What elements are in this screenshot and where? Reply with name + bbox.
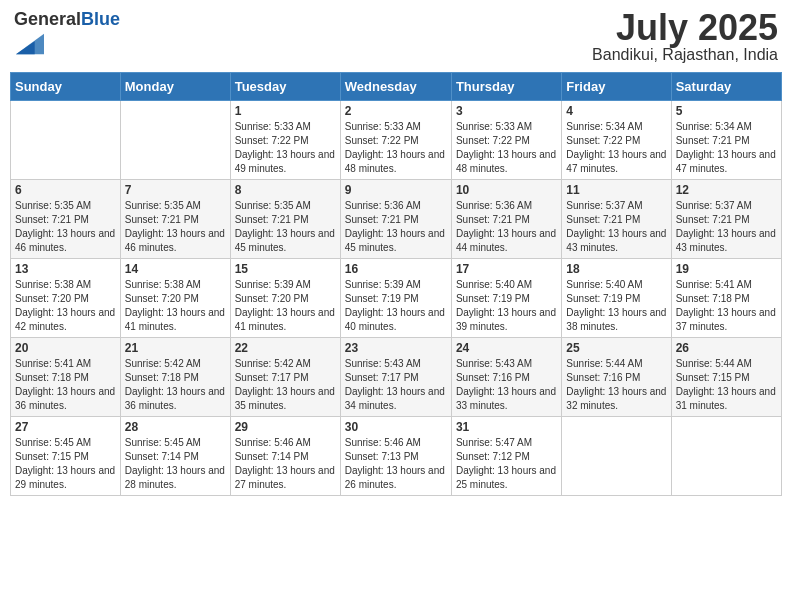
week-row-5: 27Sunrise: 5:45 AM Sunset: 7:15 PM Dayli… [11, 417, 782, 496]
day-number: 23 [345, 341, 447, 355]
col-header-wednesday: Wednesday [340, 73, 451, 101]
day-cell: 17Sunrise: 5:40 AM Sunset: 7:19 PM Dayli… [451, 259, 561, 338]
day-info: Sunrise: 5:41 AM Sunset: 7:18 PM Dayligh… [15, 357, 116, 413]
logo-general-text: General [14, 9, 81, 29]
day-info: Sunrise: 5:33 AM Sunset: 7:22 PM Dayligh… [456, 120, 557, 176]
day-cell: 19Sunrise: 5:41 AM Sunset: 7:18 PM Dayli… [671, 259, 781, 338]
day-number: 29 [235, 420, 336, 434]
month-title: July 2025 [592, 10, 778, 46]
day-number: 22 [235, 341, 336, 355]
day-info: Sunrise: 5:47 AM Sunset: 7:12 PM Dayligh… [456, 436, 557, 492]
day-info: Sunrise: 5:34 AM Sunset: 7:22 PM Dayligh… [566, 120, 666, 176]
day-number: 31 [456, 420, 557, 434]
day-cell: 31Sunrise: 5:47 AM Sunset: 7:12 PM Dayli… [451, 417, 561, 496]
col-header-sunday: Sunday [11, 73, 121, 101]
logo-blue-text: Blue [81, 9, 120, 29]
day-info: Sunrise: 5:33 AM Sunset: 7:22 PM Dayligh… [345, 120, 447, 176]
day-cell: 20Sunrise: 5:41 AM Sunset: 7:18 PM Dayli… [11, 338, 121, 417]
day-info: Sunrise: 5:33 AM Sunset: 7:22 PM Dayligh… [235, 120, 336, 176]
page-header: GeneralBlue July 2025 Bandikui, Rajastha… [10, 10, 782, 64]
day-cell: 5Sunrise: 5:34 AM Sunset: 7:21 PM Daylig… [671, 101, 781, 180]
day-cell: 2Sunrise: 5:33 AM Sunset: 7:22 PM Daylig… [340, 101, 451, 180]
day-cell: 10Sunrise: 5:36 AM Sunset: 7:21 PM Dayli… [451, 180, 561, 259]
day-cell: 22Sunrise: 5:42 AM Sunset: 7:17 PM Dayli… [230, 338, 340, 417]
day-number: 8 [235, 183, 336, 197]
day-info: Sunrise: 5:35 AM Sunset: 7:21 PM Dayligh… [125, 199, 226, 255]
day-info: Sunrise: 5:42 AM Sunset: 7:18 PM Dayligh… [125, 357, 226, 413]
day-info: Sunrise: 5:39 AM Sunset: 7:20 PM Dayligh… [235, 278, 336, 334]
day-cell: 4Sunrise: 5:34 AM Sunset: 7:22 PM Daylig… [562, 101, 671, 180]
day-cell: 14Sunrise: 5:38 AM Sunset: 7:20 PM Dayli… [120, 259, 230, 338]
day-info: Sunrise: 5:39 AM Sunset: 7:19 PM Dayligh… [345, 278, 447, 334]
day-number: 30 [345, 420, 447, 434]
day-number: 3 [456, 104, 557, 118]
day-number: 14 [125, 262, 226, 276]
day-number: 2 [345, 104, 447, 118]
day-number: 12 [676, 183, 777, 197]
day-info: Sunrise: 5:42 AM Sunset: 7:17 PM Dayligh… [235, 357, 336, 413]
day-info: Sunrise: 5:43 AM Sunset: 7:16 PM Dayligh… [456, 357, 557, 413]
day-info: Sunrise: 5:44 AM Sunset: 7:16 PM Dayligh… [566, 357, 666, 413]
col-header-thursday: Thursday [451, 73, 561, 101]
day-number: 27 [15, 420, 116, 434]
day-cell: 7Sunrise: 5:35 AM Sunset: 7:21 PM Daylig… [120, 180, 230, 259]
day-cell: 9Sunrise: 5:36 AM Sunset: 7:21 PM Daylig… [340, 180, 451, 259]
title-block: July 2025 Bandikui, Rajasthan, India [592, 10, 778, 64]
day-cell [671, 417, 781, 496]
day-cell [120, 101, 230, 180]
col-header-saturday: Saturday [671, 73, 781, 101]
week-row-3: 13Sunrise: 5:38 AM Sunset: 7:20 PM Dayli… [11, 259, 782, 338]
day-cell: 27Sunrise: 5:45 AM Sunset: 7:15 PM Dayli… [11, 417, 121, 496]
day-cell: 24Sunrise: 5:43 AM Sunset: 7:16 PM Dayli… [451, 338, 561, 417]
day-cell: 8Sunrise: 5:35 AM Sunset: 7:21 PM Daylig… [230, 180, 340, 259]
day-cell [11, 101, 121, 180]
day-cell: 25Sunrise: 5:44 AM Sunset: 7:16 PM Dayli… [562, 338, 671, 417]
day-info: Sunrise: 5:37 AM Sunset: 7:21 PM Dayligh… [566, 199, 666, 255]
day-info: Sunrise: 5:38 AM Sunset: 7:20 PM Dayligh… [15, 278, 116, 334]
day-info: Sunrise: 5:45 AM Sunset: 7:14 PM Dayligh… [125, 436, 226, 492]
day-number: 10 [456, 183, 557, 197]
day-number: 17 [456, 262, 557, 276]
logo-icon [16, 30, 44, 58]
day-cell: 1Sunrise: 5:33 AM Sunset: 7:22 PM Daylig… [230, 101, 340, 180]
day-cell: 30Sunrise: 5:46 AM Sunset: 7:13 PM Dayli… [340, 417, 451, 496]
day-number: 15 [235, 262, 336, 276]
day-cell: 13Sunrise: 5:38 AM Sunset: 7:20 PM Dayli… [11, 259, 121, 338]
location-text: Bandikui, Rajasthan, India [592, 46, 778, 64]
day-number: 16 [345, 262, 447, 276]
calendar-table: SundayMondayTuesdayWednesdayThursdayFrid… [10, 72, 782, 496]
day-number: 28 [125, 420, 226, 434]
day-cell: 23Sunrise: 5:43 AM Sunset: 7:17 PM Dayli… [340, 338, 451, 417]
day-number: 18 [566, 262, 666, 276]
col-header-friday: Friday [562, 73, 671, 101]
day-info: Sunrise: 5:36 AM Sunset: 7:21 PM Dayligh… [456, 199, 557, 255]
day-info: Sunrise: 5:40 AM Sunset: 7:19 PM Dayligh… [566, 278, 666, 334]
col-header-monday: Monday [120, 73, 230, 101]
day-cell: 16Sunrise: 5:39 AM Sunset: 7:19 PM Dayli… [340, 259, 451, 338]
day-number: 24 [456, 341, 557, 355]
calendar-header-row: SundayMondayTuesdayWednesdayThursdayFrid… [11, 73, 782, 101]
day-info: Sunrise: 5:34 AM Sunset: 7:21 PM Dayligh… [676, 120, 777, 176]
day-number: 20 [15, 341, 116, 355]
day-info: Sunrise: 5:40 AM Sunset: 7:19 PM Dayligh… [456, 278, 557, 334]
day-number: 9 [345, 183, 447, 197]
col-header-tuesday: Tuesday [230, 73, 340, 101]
day-number: 26 [676, 341, 777, 355]
day-cell: 12Sunrise: 5:37 AM Sunset: 7:21 PM Dayli… [671, 180, 781, 259]
day-info: Sunrise: 5:45 AM Sunset: 7:15 PM Dayligh… [15, 436, 116, 492]
day-info: Sunrise: 5:36 AM Sunset: 7:21 PM Dayligh… [345, 199, 447, 255]
day-info: Sunrise: 5:44 AM Sunset: 7:15 PM Dayligh… [676, 357, 777, 413]
day-cell: 26Sunrise: 5:44 AM Sunset: 7:15 PM Dayli… [671, 338, 781, 417]
day-cell: 18Sunrise: 5:40 AM Sunset: 7:19 PM Dayli… [562, 259, 671, 338]
day-cell: 28Sunrise: 5:45 AM Sunset: 7:14 PM Dayli… [120, 417, 230, 496]
day-number: 13 [15, 262, 116, 276]
day-info: Sunrise: 5:37 AM Sunset: 7:21 PM Dayligh… [676, 199, 777, 255]
day-number: 4 [566, 104, 666, 118]
day-info: Sunrise: 5:35 AM Sunset: 7:21 PM Dayligh… [15, 199, 116, 255]
day-number: 5 [676, 104, 777, 118]
logo: GeneralBlue [14, 10, 120, 62]
day-info: Sunrise: 5:43 AM Sunset: 7:17 PM Dayligh… [345, 357, 447, 413]
day-cell: 29Sunrise: 5:46 AM Sunset: 7:14 PM Dayli… [230, 417, 340, 496]
day-cell: 3Sunrise: 5:33 AM Sunset: 7:22 PM Daylig… [451, 101, 561, 180]
day-info: Sunrise: 5:38 AM Sunset: 7:20 PM Dayligh… [125, 278, 226, 334]
